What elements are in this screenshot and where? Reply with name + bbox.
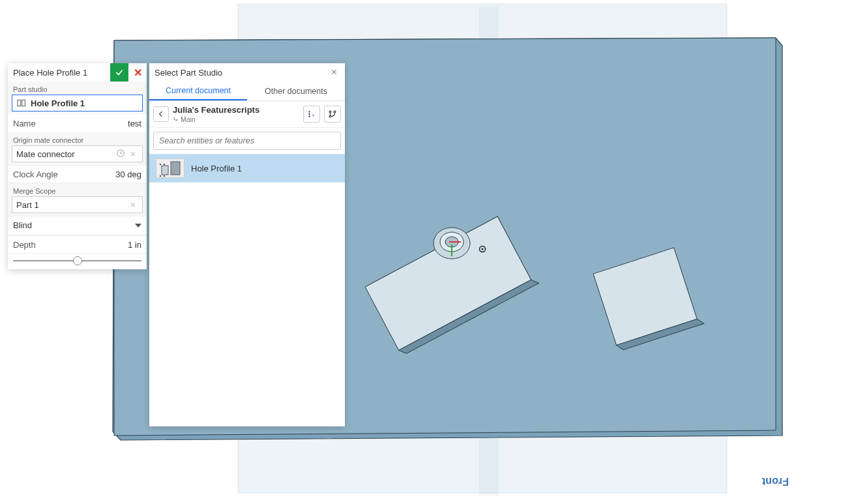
clear-mate-button[interactable]: × bbox=[128, 149, 138, 159]
tab-current-document[interactable]: Current document bbox=[149, 82, 247, 100]
feature-dialog-title: Place Hole Profile 1 bbox=[8, 63, 110, 82]
origin-mate-field[interactable]: Mate connector × bbox=[12, 145, 143, 162]
search-field[interactable] bbox=[153, 132, 341, 150]
breadcrumb-sub: ⤷ Main bbox=[173, 115, 299, 124]
close-dialog-button[interactable]: × bbox=[329, 67, 340, 78]
part-studio-thumb-icon bbox=[156, 158, 184, 178]
name-value[interactable]: test bbox=[128, 119, 141, 128]
svg-point-21 bbox=[308, 115, 310, 117]
merge-scope-field[interactable]: Part 1 × bbox=[12, 196, 143, 213]
svg-rect-27 bbox=[162, 166, 168, 175]
svg-point-25 bbox=[334, 111, 336, 113]
part-studio-field[interactable]: Hole Profile 1 bbox=[12, 95, 143, 111]
svg-point-29 bbox=[164, 164, 165, 165]
svg-point-28 bbox=[160, 164, 161, 165]
svg-text:+: + bbox=[312, 113, 315, 119]
name-label: Name bbox=[13, 119, 128, 128]
clock-angle-value[interactable]: 30 deg bbox=[115, 170, 141, 179]
origin-mate-label: Origin mate connector bbox=[8, 132, 147, 145]
part-studio-value: Hole Profile 1 bbox=[31, 98, 138, 108]
part-studio-icon bbox=[16, 98, 27, 108]
svg-point-23 bbox=[329, 111, 331, 113]
part-studio-label: Part studio bbox=[8, 82, 147, 95]
svg-point-19 bbox=[308, 111, 310, 112]
select-part-studio-dialog: Select Part Studio × Current document Ot… bbox=[149, 63, 345, 426]
end-type-select[interactable]: Blind bbox=[8, 216, 147, 234]
tab-other-documents[interactable]: Other documents bbox=[247, 82, 345, 100]
svg-point-24 bbox=[329, 115, 331, 117]
part-studio-item-label: Hole Profile 1 bbox=[191, 164, 242, 173]
clear-merge-button[interactable]: × bbox=[128, 200, 138, 210]
svg-point-20 bbox=[308, 113, 310, 115]
clock-angle-label: Clock Angle bbox=[13, 170, 115, 179]
svg-rect-17 bbox=[22, 100, 25, 106]
svg-rect-16 bbox=[18, 100, 21, 106]
view-label-front: Front bbox=[762, 475, 789, 487]
depth-label: Depth bbox=[13, 240, 128, 250]
end-type-value: Blind bbox=[13, 220, 32, 230]
depth-slider[interactable] bbox=[8, 254, 147, 269]
feature-dialog: Place Hole Profile 1 ✕ Part studio Hole … bbox=[8, 63, 147, 269]
svg-rect-26 bbox=[171, 162, 180, 175]
confirm-button[interactable] bbox=[110, 63, 128, 82]
breadcrumb: Julia's Featurescripts ⤷ Main bbox=[173, 105, 299, 123]
merge-scope-label: Merge Scope bbox=[8, 183, 147, 196]
branch-button[interactable] bbox=[324, 106, 341, 123]
chevron-down-icon bbox=[135, 224, 141, 228]
breadcrumb-back-button[interactable] bbox=[153, 106, 169, 122]
merge-scope-value: Part 1 bbox=[16, 200, 128, 210]
breadcrumb-title: Julia's Featurescripts bbox=[173, 105, 299, 115]
search-input[interactable] bbox=[159, 136, 335, 145]
insert-config-button[interactable]: + bbox=[303, 106, 320, 123]
origin-mate-value: Mate connector bbox=[16, 149, 116, 159]
part-studio-list-item[interactable]: Hole Profile 1 bbox=[149, 154, 345, 183]
history-icon[interactable] bbox=[116, 149, 125, 160]
svg-point-30 bbox=[160, 175, 161, 177]
svg-point-31 bbox=[164, 175, 165, 177]
cancel-button[interactable]: ✕ bbox=[128, 63, 147, 82]
select-dialog-title: Select Part Studio bbox=[155, 68, 222, 78]
svg-point-15 bbox=[482, 248, 484, 250]
depth-value[interactable]: 1 in bbox=[128, 240, 141, 250]
